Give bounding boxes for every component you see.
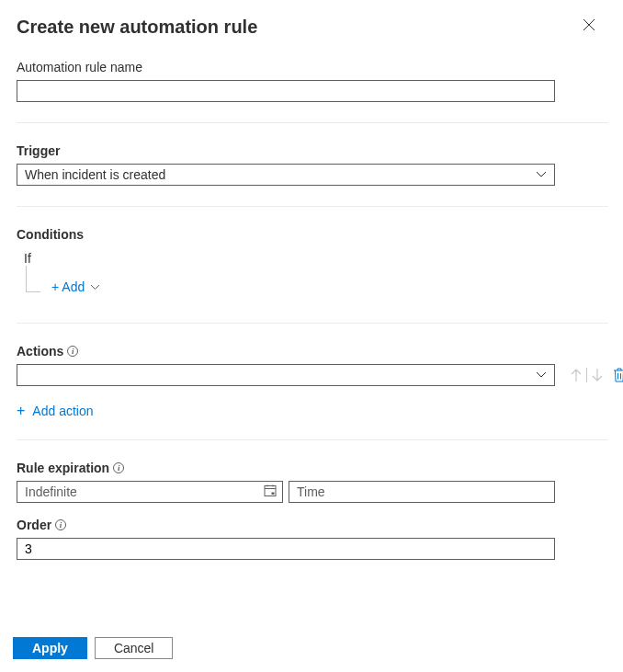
calendar-icon bbox=[264, 484, 277, 500]
tree-connector bbox=[26, 271, 51, 302]
conditions-if-label: If bbox=[17, 251, 608, 266]
plus-icon: + bbox=[17, 403, 25, 419]
divider bbox=[17, 122, 608, 123]
trigger-label: Trigger bbox=[17, 143, 608, 158]
expiration-date-input[interactable]: Indefinite bbox=[17, 481, 283, 503]
divider bbox=[17, 206, 608, 207]
arrow-up-icon bbox=[570, 368, 583, 382]
icon-divider bbox=[586, 368, 587, 382]
conditions-label: Conditions bbox=[17, 227, 608, 242]
arrow-down-icon bbox=[591, 368, 604, 382]
trash-icon bbox=[613, 368, 623, 382]
cancel-button[interactable]: Cancel bbox=[95, 637, 174, 659]
chevron-down-icon bbox=[536, 171, 547, 178]
actions-label: Actions i bbox=[17, 344, 608, 359]
expiration-time-placeholder: Time bbox=[297, 484, 325, 499]
chevron-down-icon bbox=[90, 284, 100, 290]
delete-action-button[interactable] bbox=[613, 368, 623, 382]
chevron-down-icon bbox=[536, 371, 547, 379]
expiration-time-input[interactable]: Time bbox=[289, 481, 555, 503]
add-condition-label: + Add bbox=[51, 279, 85, 294]
order-input[interactable] bbox=[17, 538, 555, 560]
info-icon[interactable]: i bbox=[67, 346, 78, 357]
add-action-button[interactable]: + Add action bbox=[17, 403, 608, 419]
add-condition-button[interactable]: + Add bbox=[51, 279, 100, 294]
move-up-button bbox=[570, 368, 583, 382]
rule-name-input[interactable] bbox=[17, 80, 555, 102]
info-icon[interactable]: i bbox=[55, 519, 66, 530]
expiration-date-placeholder: Indefinite bbox=[25, 484, 77, 499]
order-label: Order i bbox=[17, 518, 608, 532]
action-select[interactable] bbox=[17, 364, 555, 386]
page-title: Create new automation rule bbox=[17, 17, 257, 38]
apply-button[interactable]: Apply bbox=[13, 637, 87, 659]
close-button[interactable] bbox=[577, 17, 601, 37]
trigger-select[interactable]: When incident is created bbox=[17, 164, 555, 186]
svg-rect-1 bbox=[272, 493, 275, 495]
trigger-selected-value: When incident is created bbox=[25, 167, 165, 182]
info-icon[interactable]: i bbox=[113, 462, 124, 473]
rule-expiration-label: Rule expiration i bbox=[17, 461, 608, 475]
close-icon bbox=[583, 18, 595, 31]
add-action-label: Add action bbox=[32, 404, 93, 418]
divider bbox=[17, 323, 608, 324]
rule-name-label: Automation rule name bbox=[17, 60, 608, 74]
divider bbox=[17, 439, 608, 440]
move-down-button bbox=[591, 368, 604, 382]
